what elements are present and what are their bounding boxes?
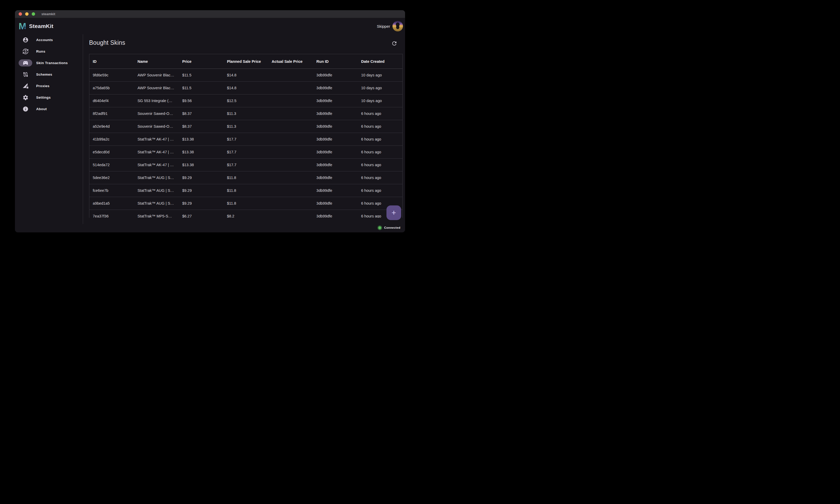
- cell-planned-sale-price: $17.7: [223, 133, 268, 145]
- cell-price: $6.27: [179, 210, 223, 218]
- table-row[interactable]: a75da65b AWP Souvenir Blac… $11.5 $14.8 …: [89, 82, 402, 94]
- connection-status-label: Connected: [384, 226, 400, 229]
- cell-planned-sale-price: $11.3: [223, 107, 268, 120]
- table-row[interactable]: a9bed1a5 StatTrak™ AUG | S… $9.29 $11.8 …: [89, 197, 402, 210]
- cell-run-id: 3db99dfe: [313, 197, 358, 210]
- route-icon: [22, 71, 29, 77]
- cell-id: a52e9e4d: [89, 120, 134, 133]
- window-titlebar: steamkit: [15, 10, 405, 18]
- sidebar-item-runs[interactable]: Runs: [15, 46, 83, 57]
- cell-date-created: 6 hours ago: [358, 107, 402, 120]
- table-row[interactable]: e5decd0d StatTrak™ AK-47 | … $13.38 $17.…: [89, 146, 402, 159]
- cell-name: StatTrak™ AUG | S…: [134, 172, 179, 184]
- connected-dot-icon: [378, 226, 381, 229]
- cell-price: $11.5: [179, 82, 223, 94]
- cell-run-id: 3db99dfe: [313, 82, 358, 94]
- column-header-id: ID: [89, 54, 134, 69]
- cell-actual-sale-price: [268, 184, 313, 197]
- cell-date-created: 6 hours ago: [358, 146, 402, 158]
- cell-planned-sale-price: $11.3: [223, 120, 268, 133]
- sidebar-item-skin-transactions[interactable]: Skin Transactions: [15, 57, 83, 69]
- cell-planned-sale-price: $17.7: [223, 159, 268, 171]
- sidebar-item-accounts[interactable]: Accounts: [15, 34, 83, 46]
- cell-actual-sale-price: [268, 94, 313, 107]
- column-header-actual-sale-price: Actual Sale Price: [268, 54, 313, 69]
- cell-actual-sale-price: [268, 107, 313, 120]
- cell-id: 7ea37f36: [89, 210, 134, 218]
- sidebar-item-label: Settings: [36, 95, 51, 100]
- cell-date-created: 6 hours ago: [358, 184, 402, 197]
- table-header-row: ID Name Price Planned Sale Price Actual …: [89, 54, 402, 69]
- gear-glyph-icon: ⚙: [23, 26, 27, 31]
- app-name: SteamKit: [29, 23, 53, 29]
- cell-price: $13.38: [179, 133, 223, 145]
- cell-id: 514eda72: [89, 159, 134, 171]
- app-window: steamkit M ⚙ SteamKit Skipper Accounts R…: [15, 10, 405, 232]
- sidebar-item-label: Proxies: [36, 84, 50, 88]
- cell-name: StatTrak™ AK-47 | …: [134, 133, 179, 145]
- add-skin-button[interactable]: +: [387, 205, 401, 220]
- cell-date-created: 10 days ago: [358, 69, 402, 82]
- cell-date-created: 6 hours ago: [358, 159, 402, 171]
- cell-planned-sale-price: $11.8: [223, 197, 268, 210]
- cell-date-created: 10 days ago: [358, 94, 402, 107]
- sidebar-item-schemes[interactable]: Schemes: [15, 69, 83, 80]
- table-row[interactable]: d6404ef4 SG 553 Integrale (… $9.56 $12.5…: [89, 94, 402, 107]
- gear-icon: [22, 94, 29, 101]
- cell-actual-sale-price: [268, 146, 313, 158]
- cell-name: StatTrak™ AK-47 | …: [134, 159, 179, 171]
- table-row[interactable]: 7ea37f36 StatTrak™ MP5-S… $6.27 $8.2 3db…: [89, 210, 402, 218]
- cell-name: StatTrak™ AK-47 | …: [134, 146, 179, 158]
- minimize-window-button[interactable]: [25, 12, 29, 16]
- cell-price: $13.38: [179, 159, 223, 171]
- cell-price: $8.37: [179, 120, 223, 133]
- table-row[interactable]: 514eda72 StatTrak™ AK-47 | … $13.38 $17.…: [89, 159, 402, 172]
- cell-planned-sale-price: $8.2: [223, 210, 268, 218]
- connection-status: Connected: [378, 226, 400, 229]
- sidebar-item-about[interactable]: About: [15, 103, 83, 114]
- cell-price: $9.56: [179, 94, 223, 107]
- cell-price: $11.5: [179, 69, 223, 82]
- cell-name: StatTrak™ MP5-S…: [134, 210, 179, 218]
- table-row[interactable]: 8f2adf91 Souvenir Sawed-O… $8.37 $11.3 3…: [89, 107, 402, 120]
- cell-date-created: 6 hours ago: [358, 172, 402, 184]
- table-row[interactable]: 9fd6e59c AWP Souvenir Blac… $11.5 $14.8 …: [89, 69, 402, 82]
- cell-id: 5dee36e2: [89, 172, 134, 184]
- refresh-button[interactable]: [391, 40, 398, 47]
- cell-price: $9.29: [179, 184, 223, 197]
- zoom-window-button[interactable]: [32, 12, 35, 16]
- table-row[interactable]: a52e9e4d Souvenir Sawed-O… $8.37 $11.3 3…: [89, 120, 402, 133]
- sidebar-item-proxies[interactable]: Proxies: [15, 80, 83, 92]
- network-lock-icon: [22, 83, 29, 89]
- cell-actual-sale-price: [268, 210, 313, 218]
- column-header-run-id: Run ID: [313, 54, 358, 69]
- column-header-date-created: Date Created: [358, 54, 402, 69]
- cell-actual-sale-price: [268, 69, 313, 82]
- cell-name: Souvenir Sawed-O…: [134, 120, 179, 133]
- cell-run-id: 3db99dfe: [313, 94, 358, 107]
- cell-run-id: 3db99dfe: [313, 107, 358, 120]
- bought-skins-table: ID Name Price Planned Sale Price Actual …: [89, 54, 403, 218]
- table-row[interactable]: 5dee36e2 StatTrak™ AUG | S… $9.29 $11.8 …: [89, 172, 402, 184]
- avatar[interactable]: [393, 21, 403, 31]
- cell-run-id: 3db99dfe: [313, 172, 358, 184]
- cell-planned-sale-price: $14.8: [223, 82, 268, 94]
- currency-exchange-icon: [22, 49, 29, 54]
- user-chip[interactable]: Skipper: [377, 21, 403, 31]
- cell-actual-sale-price: [268, 120, 313, 133]
- cell-id: e5decd0d: [89, 146, 134, 158]
- app-header: M ⚙ SteamKit Skipper: [15, 18, 405, 34]
- close-window-button[interactable]: [19, 12, 22, 16]
- cell-run-id: 3db99dfe: [313, 210, 358, 218]
- cell-actual-sale-price: [268, 82, 313, 94]
- sidebar-item-settings[interactable]: Settings: [15, 92, 83, 103]
- refresh-icon: [391, 40, 397, 47]
- window-title: steamkit: [41, 12, 55, 16]
- table-row[interactable]: fce6ee7b StatTrak™ AUG | S… $9.29 $11.8 …: [89, 184, 402, 197]
- cell-name: AWP Souvenir Blac…: [134, 82, 179, 94]
- cell-id: 8f2adf91: [89, 107, 134, 120]
- table-row[interactable]: 41b99a2c StatTrak™ AK-47 | … $13.38 $17.…: [89, 133, 402, 146]
- column-header-planned-sale-price: Planned Sale Price: [223, 54, 268, 69]
- cell-run-id: 3db99dfe: [313, 120, 358, 133]
- cell-id: 9fd6e59c: [89, 69, 134, 82]
